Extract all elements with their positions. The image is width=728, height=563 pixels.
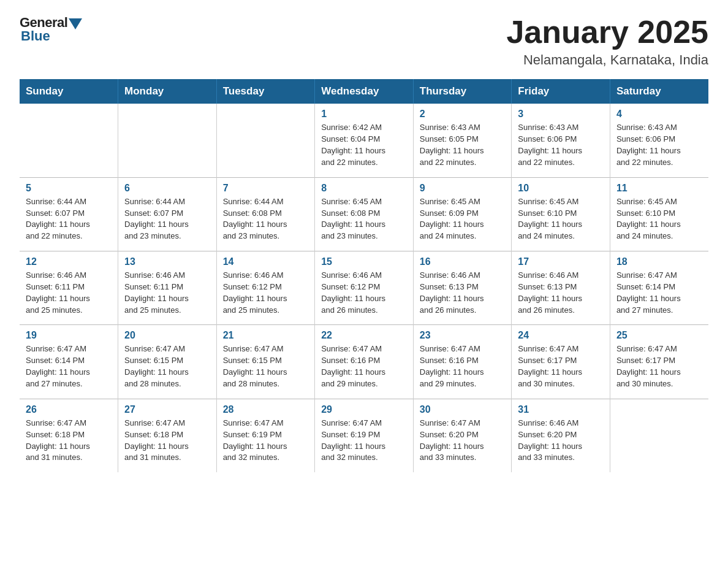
day-number: 4	[616, 109, 702, 120]
calendar-cell: 18Sunrise: 6:47 AMSunset: 6:14 PMDayligh…	[610, 251, 708, 325]
calendar-cell: 27Sunrise: 6:47 AMSunset: 6:18 PMDayligh…	[118, 399, 217, 472]
day-number: 5	[26, 183, 112, 194]
calendar-cell: 12Sunrise: 6:46 AMSunset: 6:11 PMDayligh…	[20, 251, 118, 325]
calendar-row-1: 5Sunrise: 6:44 AMSunset: 6:07 PMDaylight…	[20, 177, 708, 251]
header-row: SundayMondayTuesdayWednesdayThursdayFrid…	[20, 79, 708, 104]
calendar-cell: 25Sunrise: 6:47 AMSunset: 6:17 PMDayligh…	[610, 325, 708, 399]
header-cell-sunday: Sunday	[20, 79, 118, 104]
day-info: Sunrise: 6:43 AMSunset: 6:05 PMDaylight:…	[420, 122, 506, 168]
day-number: 3	[518, 109, 604, 120]
header-cell-saturday: Saturday	[610, 79, 708, 104]
day-number: 22	[321, 330, 407, 341]
day-info: Sunrise: 6:46 AMSunset: 6:11 PMDaylight:…	[124, 270, 210, 316]
day-number: 13	[124, 256, 210, 267]
day-info: Sunrise: 6:47 AMSunset: 6:14 PMDaylight:…	[26, 343, 112, 389]
calendar-body: 1Sunrise: 6:42 AMSunset: 6:04 PMDaylight…	[20, 104, 708, 472]
calendar-cell: 8Sunrise: 6:45 AMSunset: 6:08 PMDaylight…	[315, 177, 414, 251]
day-info: Sunrise: 6:43 AMSunset: 6:06 PMDaylight:…	[616, 122, 702, 168]
calendar-cell: 28Sunrise: 6:47 AMSunset: 6:19 PMDayligh…	[216, 399, 315, 472]
day-info: Sunrise: 6:47 AMSunset: 6:16 PMDaylight:…	[420, 343, 506, 389]
day-number: 16	[420, 256, 506, 267]
calendar-row-3: 19Sunrise: 6:47 AMSunset: 6:14 PMDayligh…	[20, 325, 708, 399]
day-info: Sunrise: 6:44 AMSunset: 6:07 PMDaylight:…	[124, 196, 210, 242]
day-info: Sunrise: 6:47 AMSunset: 6:19 PMDaylight:…	[321, 418, 407, 464]
day-info: Sunrise: 6:45 AMSunset: 6:08 PMDaylight:…	[321, 196, 407, 242]
day-info: Sunrise: 6:44 AMSunset: 6:07 PMDaylight:…	[26, 196, 112, 242]
calendar-cell: 9Sunrise: 6:45 AMSunset: 6:09 PMDaylight…	[413, 177, 512, 251]
day-info: Sunrise: 6:47 AMSunset: 6:15 PMDaylight:…	[124, 343, 210, 389]
day-number: 14	[223, 256, 309, 267]
subtitle: Nelamangala, Karnataka, India	[506, 52, 708, 68]
day-info: Sunrise: 6:46 AMSunset: 6:11 PMDaylight:…	[26, 270, 112, 316]
day-info: Sunrise: 6:46 AMSunset: 6:13 PMDaylight:…	[518, 270, 604, 316]
day-info: Sunrise: 6:45 AMSunset: 6:10 PMDaylight:…	[616, 196, 702, 242]
calendar-cell: 3Sunrise: 6:43 AMSunset: 6:06 PMDaylight…	[512, 104, 610, 177]
calendar-cell: 20Sunrise: 6:47 AMSunset: 6:15 PMDayligh…	[118, 325, 217, 399]
day-number: 1	[321, 109, 407, 120]
calendar-cell: 10Sunrise: 6:45 AMSunset: 6:10 PMDayligh…	[512, 177, 610, 251]
logo-arrow-icon	[69, 18, 82, 29]
day-info: Sunrise: 6:46 AMSunset: 6:12 PMDaylight:…	[321, 270, 407, 316]
day-number: 27	[124, 404, 210, 415]
day-info: Sunrise: 6:45 AMSunset: 6:09 PMDaylight:…	[420, 196, 506, 242]
day-number: 29	[321, 404, 407, 415]
calendar-cell: 1Sunrise: 6:42 AMSunset: 6:04 PMDaylight…	[315, 104, 414, 177]
day-number: 31	[518, 404, 604, 415]
calendar-cell	[610, 399, 708, 472]
calendar-row-2: 12Sunrise: 6:46 AMSunset: 6:11 PMDayligh…	[20, 251, 708, 325]
calendar-header: SundayMondayTuesdayWednesdayThursdayFrid…	[20, 79, 708, 104]
day-number: 11	[616, 183, 702, 194]
calendar-cell	[118, 104, 217, 177]
calendar-cell: 2Sunrise: 6:43 AMSunset: 6:05 PMDaylight…	[413, 104, 512, 177]
page-header: General Blue January 2025 Nelamangala, K…	[20, 15, 708, 68]
calendar-cell	[20, 104, 118, 177]
day-number: 2	[420, 109, 506, 120]
calendar-cell: 4Sunrise: 6:43 AMSunset: 6:06 PMDaylight…	[610, 104, 708, 177]
calendar-cell: 7Sunrise: 6:44 AMSunset: 6:08 PMDaylight…	[216, 177, 315, 251]
header-cell-friday: Friday	[512, 79, 610, 104]
day-number: 6	[124, 183, 210, 194]
day-number: 18	[616, 256, 702, 267]
calendar-cell: 16Sunrise: 6:46 AMSunset: 6:13 PMDayligh…	[413, 251, 512, 325]
day-info: Sunrise: 6:47 AMSunset: 6:17 PMDaylight:…	[518, 343, 604, 389]
day-number: 21	[223, 330, 309, 341]
day-number: 17	[518, 256, 604, 267]
day-number: 8	[321, 183, 407, 194]
day-number: 7	[223, 183, 309, 194]
day-number: 23	[420, 330, 506, 341]
calendar-cell: 30Sunrise: 6:47 AMSunset: 6:20 PMDayligh…	[413, 399, 512, 472]
main-title: January 2025	[506, 15, 708, 50]
calendar-cell: 21Sunrise: 6:47 AMSunset: 6:15 PMDayligh…	[216, 325, 315, 399]
day-info: Sunrise: 6:47 AMSunset: 6:14 PMDaylight:…	[616, 270, 702, 316]
day-info: Sunrise: 6:46 AMSunset: 6:20 PMDaylight:…	[518, 418, 604, 464]
day-number: 9	[420, 183, 506, 194]
calendar-cell: 29Sunrise: 6:47 AMSunset: 6:19 PMDayligh…	[315, 399, 414, 472]
day-info: Sunrise: 6:47 AMSunset: 6:18 PMDaylight:…	[26, 418, 112, 464]
calendar-cell: 15Sunrise: 6:46 AMSunset: 6:12 PMDayligh…	[315, 251, 414, 325]
day-number: 19	[26, 330, 112, 341]
day-number: 26	[26, 404, 112, 415]
day-info: Sunrise: 6:43 AMSunset: 6:06 PMDaylight:…	[518, 122, 604, 168]
calendar-row-0: 1Sunrise: 6:42 AMSunset: 6:04 PMDaylight…	[20, 104, 708, 177]
calendar-row-4: 26Sunrise: 6:47 AMSunset: 6:18 PMDayligh…	[20, 399, 708, 472]
day-info: Sunrise: 6:47 AMSunset: 6:15 PMDaylight:…	[223, 343, 309, 389]
day-info: Sunrise: 6:47 AMSunset: 6:19 PMDaylight:…	[223, 418, 309, 464]
calendar-cell: 17Sunrise: 6:46 AMSunset: 6:13 PMDayligh…	[512, 251, 610, 325]
calendar-cell: 22Sunrise: 6:47 AMSunset: 6:16 PMDayligh…	[315, 325, 414, 399]
day-number: 12	[26, 256, 112, 267]
header-cell-thursday: Thursday	[413, 79, 512, 104]
calendar-cell: 13Sunrise: 6:46 AMSunset: 6:11 PMDayligh…	[118, 251, 217, 325]
day-number: 25	[616, 330, 702, 341]
day-info: Sunrise: 6:47 AMSunset: 6:18 PMDaylight:…	[124, 418, 210, 464]
calendar-cell: 5Sunrise: 6:44 AMSunset: 6:07 PMDaylight…	[20, 177, 118, 251]
day-info: Sunrise: 6:47 AMSunset: 6:20 PMDaylight:…	[420, 418, 506, 464]
day-info: Sunrise: 6:47 AMSunset: 6:16 PMDaylight:…	[321, 343, 407, 389]
day-number: 28	[223, 404, 309, 415]
calendar-cell: 19Sunrise: 6:47 AMSunset: 6:14 PMDayligh…	[20, 325, 118, 399]
day-number: 24	[518, 330, 604, 341]
day-info: Sunrise: 6:46 AMSunset: 6:13 PMDaylight:…	[420, 270, 506, 316]
calendar-cell: 14Sunrise: 6:46 AMSunset: 6:12 PMDayligh…	[216, 251, 315, 325]
header-cell-wednesday: Wednesday	[315, 79, 414, 104]
day-number: 30	[420, 404, 506, 415]
day-number: 10	[518, 183, 604, 194]
